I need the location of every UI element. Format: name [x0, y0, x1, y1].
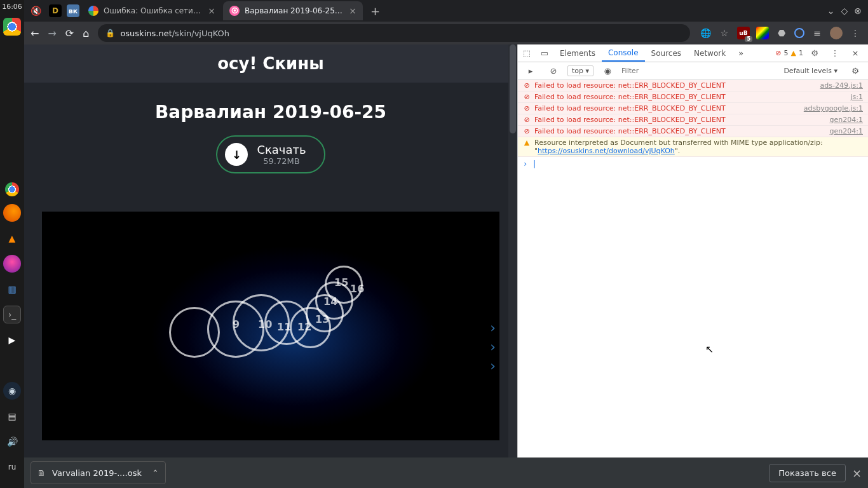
console-error-row[interactable]: Failed to load resource: net::ERR_BLOCKE…: [518, 92, 868, 103]
ublock-icon[interactable]: uB: [737, 27, 750, 39]
bookmark-star-icon[interactable]: ☆: [718, 27, 731, 39]
nav-home-icon[interactable]: ⌂: [83, 27, 89, 39]
google-favicon-icon: [88, 6, 98, 16]
console-error-row[interactable]: Failed to load resource: net::ERR_BLOCKE…: [518, 103, 868, 114]
address-bar: ← → ⟳ ⌂ 🔒 osuskins.net/skin/vjUqKOh 🌐 ☆ …: [24, 22, 868, 44]
extensions: 🌐 ☆ uB ⬣ ≡ ⋮: [699, 27, 862, 39]
skin-title: Варвалиан 2019-06-25: [155, 102, 386, 123]
console-context-select[interactable]: top ▾: [567, 65, 593, 76]
devtools-tab-elements[interactable]: Elements: [553, 44, 602, 62]
download-label: Скачать: [257, 143, 306, 156]
osu-favicon-icon: ⦿: [229, 6, 240, 16]
tab-strip: 🔇 D вк Ошибка: Ошибка сети - Goo × ⦿ Вар…: [24, 0, 868, 22]
site-header[interactable]: осу! Скины: [24, 44, 517, 83]
devtools-warn-count[interactable]: 1: [799, 49, 803, 57]
dock-firefox-icon[interactable]: [3, 204, 21, 222]
download-filename: Varvalian 2019-....osk: [52, 468, 142, 478]
extension-shield-icon[interactable]: ⬣: [775, 27, 788, 39]
download-chip[interactable]: 🗎 Varvalian 2019-....osk ⌃: [31, 461, 166, 484]
carousel-next2-icon[interactable]: ›: [490, 339, 496, 355]
carousel-next3-icon[interactable]: ›: [490, 358, 496, 374]
dock-files-icon[interactable]: ▥: [3, 280, 21, 298]
devtools-tab-sources[interactable]: Sources: [645, 44, 688, 62]
console-toolbar: ▸ ⊘ top ▾ ◉ Default levels ▾ ⚙: [518, 62, 868, 80]
console-warning-row[interactable]: Resource interpreted as Document but tra…: [518, 137, 868, 157]
console-settings-icon[interactable]: ⚙: [846, 66, 864, 76]
dock-notes-icon[interactable]: ▤: [3, 407, 21, 425]
tab-1-title: Ошибка: Ошибка сети - Goo: [104, 6, 203, 15]
browser-menu-icon[interactable]: ⋮: [849, 27, 862, 39]
tab-1-close-icon[interactable]: ×: [208, 6, 215, 16]
download-icon: ↓: [225, 143, 248, 166]
dock-terminal-icon[interactable]: ›_: [3, 306, 21, 323]
nav-forward-icon: →: [48, 27, 56, 39]
devtools-tab-network[interactable]: Network: [688, 44, 732, 62]
pinned-tab-vk[interactable]: вк: [67, 4, 79, 17]
console-prompt[interactable]: |: [518, 157, 868, 171]
window-close-icon[interactable]: ⊗: [854, 6, 862, 16]
show-all-downloads-button[interactable]: Показать все: [769, 464, 846, 482]
download-size: 59.72MB: [257, 156, 306, 166]
devtools-error-count[interactable]: 5: [784, 49, 789, 57]
devtools-more-tabs-icon[interactable]: »: [732, 48, 750, 58]
download-chip-menu-icon[interactable]: ⌃: [152, 468, 159, 478]
carousel-next-icon[interactable]: ›: [490, 320, 496, 336]
page-scrollbar[interactable]: [508, 44, 517, 458]
dock-play-icon[interactable]: ▶: [3, 331, 21, 349]
url-path: /skin/vjUqKOh: [172, 29, 229, 38]
downloads-bar-close-icon[interactable]: ×: [852, 466, 862, 480]
new-tab-button[interactable]: +: [370, 4, 380, 18]
console-error-row[interactable]: Failed to load resource: net::ERR_BLOCKE…: [518, 80, 868, 92]
window-maximize-icon[interactable]: ◇: [841, 6, 848, 16]
dock-steam-icon[interactable]: ◉: [3, 382, 21, 400]
url-host: osuskins.net: [120, 29, 172, 38]
viewport: осу! Скины Варвалиан 2019-06-25 ↓ Скачат…: [24, 44, 868, 458]
tab-2-close-icon[interactable]: ×: [349, 6, 356, 16]
console-sidebar-icon[interactable]: ▸: [522, 66, 539, 76]
window-minimize-icon[interactable]: ⌄: [827, 6, 835, 16]
file-icon: 🗎: [37, 468, 46, 478]
omnibox[interactable]: 🔒 osuskins.net/skin/vjUqKOh: [98, 24, 690, 42]
page-content: осу! Скины Варвалиан 2019-06-25 ↓ Скачат…: [24, 44, 517, 458]
devtools-panel: ⬚ ▭ Elements Console Sources Network » 5…: [517, 44, 868, 458]
profile-avatar-icon[interactable]: [830, 27, 843, 39]
download-button[interactable]: ↓ Скачать 59.72MB: [216, 135, 325, 173]
devtools-close-icon[interactable]: ×: [846, 48, 864, 58]
audio-mute-icon[interactable]: 🔇: [31, 6, 41, 16]
skin-screenshot: 9 10 11 12 13 14 15 16 › › ›: [42, 212, 499, 440]
dock-wifi-icon[interactable]: ⌔: [3, 484, 21, 488]
dock-chrome-icon[interactable]: [5, 182, 19, 196]
devtools-device-icon[interactable]: ▭: [536, 48, 553, 58]
lock-icon[interactable]: 🔒: [105, 29, 115, 37]
console-live-icon[interactable]: ◉: [599, 66, 616, 76]
downloads-bar: 🗎 Varvalian 2019-....osk ⌃ Показать все …: [24, 458, 868, 488]
tab-2[interactable]: ⦿ Варвалиан 2019-06-25 - осу! ×: [223, 1, 363, 20]
dock-app2-icon[interactable]: [3, 356, 21, 374]
devtools-inspect-icon[interactable]: ⬚: [518, 48, 536, 58]
tab-1[interactable]: Ошибка: Ошибка сети - Goo ×: [82, 1, 222, 20]
devtools-settings-icon[interactable]: ⚙: [806, 48, 824, 58]
console-filter-input[interactable]: [621, 67, 775, 75]
pinned-tab-d[interactable]: D: [49, 4, 62, 17]
dock-volume-icon[interactable]: 🔊: [3, 433, 21, 451]
console-levels-select[interactable]: Default levels ▾: [780, 66, 841, 76]
devtools-tab-console[interactable]: Console: [602, 44, 645, 62]
console-warning-link[interactable]: https://osuskins.net/download/vjUqKOh: [538, 147, 675, 155]
os-dock: 16:06 ▲ ▥ ›_ ▶ ◉ ▤ 🔊 ru ⌔ ▶ ◎: [0, 0, 24, 488]
console-error-row[interactable]: Failed to load resource: net::ERR_BLOCKE…: [518, 114, 868, 126]
extension-circle-icon[interactable]: [794, 28, 804, 38]
nav-reload-icon[interactable]: ⟳: [65, 27, 74, 39]
dock-app-chrome-active[interactable]: [3, 18, 21, 36]
console-error-row[interactable]: Failed to load resource: net::ERR_BLOCKE…: [518, 126, 868, 137]
reading-list-icon[interactable]: ≡: [811, 27, 824, 39]
dock-lang-indicator[interactable]: ru: [3, 458, 21, 476]
nav-back-icon[interactable]: ←: [31, 27, 39, 39]
extension-rainbow-icon[interactable]: [756, 27, 769, 39]
console-output: Failed to load resource: net::ERR_BLOCKE…: [518, 80, 868, 458]
devtools-menu-icon[interactable]: ⋮: [826, 48, 844, 58]
console-clear-icon[interactable]: ⊘: [545, 66, 562, 76]
dock-app-icon[interactable]: [3, 255, 21, 273]
translate-icon[interactable]: 🌐: [699, 27, 712, 39]
dock-vlc-icon[interactable]: ▲: [3, 229, 21, 247]
tab-2-title: Варвалиан 2019-06-25 - осу!: [245, 6, 344, 15]
